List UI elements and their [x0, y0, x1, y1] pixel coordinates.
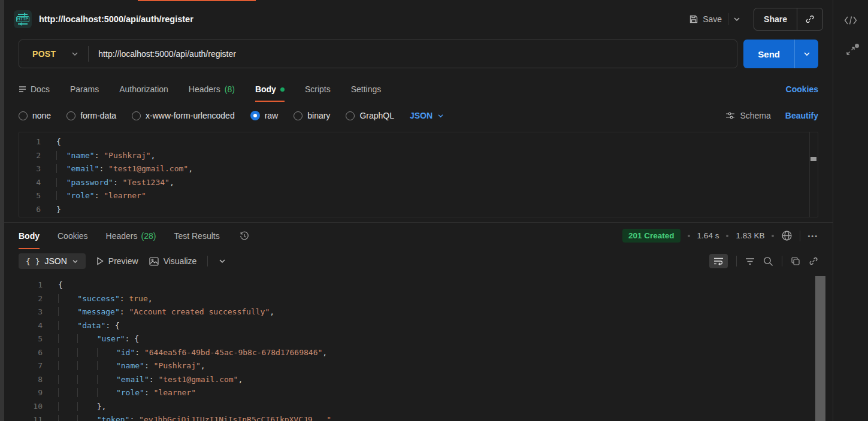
response-toolbar: { } JSON Preview Visualize [4, 249, 833, 274]
radio-circle [66, 111, 75, 120]
filter-button[interactable] [745, 258, 755, 265]
radio-x-www-form-urlencoded[interactable]: x-www-form-urlencoded [132, 111, 235, 120]
play-icon [96, 257, 104, 265]
body-modified-dot [280, 87, 285, 92]
code-line: 1{ [19, 135, 818, 149]
radio-circle-selected [250, 111, 260, 120]
tab-body[interactable]: Body [255, 77, 285, 102]
radio-label: raw [265, 111, 279, 120]
tab-settings[interactable]: Settings [351, 77, 382, 102]
code-snippet-button[interactable] [844, 16, 857, 25]
line-number: 6 [19, 203, 41, 217]
code-line: 7 "name": "Pushkraj", [4, 359, 833, 373]
schema-button[interactable]: Schema [725, 111, 770, 120]
resize-panel-button[interactable] [845, 46, 856, 56]
preview-button[interactable]: Preview [96, 256, 138, 266]
response-tab-cookies[interactable]: Cookies [58, 223, 88, 249]
cookies-link[interactable]: Cookies [786, 84, 818, 94]
response-history-button[interactable] [239, 231, 250, 241]
search-button[interactable] [763, 256, 773, 266]
divider [736, 256, 737, 266]
code-line: 2 "name": "Pushkraj", [19, 149, 818, 163]
line-number: 5 [4, 332, 43, 346]
radio-circle [294, 111, 303, 120]
line-number: 8 [4, 373, 43, 387]
tab-params[interactable]: Params [70, 77, 99, 102]
response-more-button[interactable]: ••• [807, 232, 818, 240]
beautify-button[interactable]: Beautify [785, 111, 818, 120]
line-number: 3 [19, 162, 41, 176]
save-button[interactable]: Save [683, 11, 728, 28]
share-button[interactable]: Share [754, 8, 797, 30]
divider [800, 231, 800, 241]
response-tab-test-results[interactable]: Test Results [174, 223, 219, 249]
code-line: 5 "role": "learner" [19, 189, 818, 203]
response-size[interactable]: 1.83 KB [736, 231, 764, 240]
word-wrap-button[interactable] [709, 254, 728, 268]
tab-label: Settings [351, 84, 382, 94]
scrollbar-thumb[interactable] [810, 157, 816, 161]
http-request-icon: HTTP [14, 10, 32, 28]
word-wrap-icon [713, 257, 724, 265]
editor-scrollbar[interactable] [809, 132, 818, 217]
method-label: POST [32, 49, 56, 59]
request-body-editor[interactable]: 1{2 "name": "Pushkraj",3 "email": "test1… [19, 132, 818, 217]
network-info-button[interactable] [781, 230, 793, 241]
code-line: 1{ [4, 278, 833, 292]
link-button[interactable] [809, 256, 818, 266]
scrollbar-thumb[interactable] [815, 276, 825, 421]
radio-binary[interactable]: binary [294, 111, 330, 120]
response-scrollbar[interactable] [815, 274, 825, 421]
radio-form-data[interactable]: form-data [66, 111, 116, 120]
language-select[interactable]: JSON [410, 111, 444, 120]
copy-link-button[interactable] [797, 8, 822, 30]
globe-icon [781, 230, 793, 241]
response-tab-body[interactable]: Body [19, 223, 40, 249]
tab-label: Authorization [119, 84, 168, 94]
code-line: 10 }, [4, 400, 833, 414]
request-title: http://localhost:5000/api/auth/register [39, 14, 193, 24]
tab-scripts[interactable]: Scripts [305, 77, 331, 102]
radio-graphql[interactable]: GraphQL [346, 111, 394, 120]
radio-raw[interactable]: raw [250, 111, 279, 120]
url-box: POST http://localhost:5000/api/auth/regi… [19, 40, 737, 68]
save-label: Save [703, 14, 722, 24]
visualize-button[interactable]: Visualize [149, 256, 197, 266]
view-options-button[interactable] [219, 259, 226, 263]
copy-button[interactable] [791, 256, 800, 266]
tab-label: Params [70, 84, 99, 94]
tab-headers[interactable]: Headers (8) [189, 77, 235, 102]
radio-none[interactable]: none [19, 111, 51, 120]
radio-label: x-www-form-urlencoded [146, 111, 235, 120]
braces-icon: { } [26, 257, 40, 266]
tab-authorization[interactable]: Authorization [119, 77, 168, 102]
response-body-viewer[interactable]: 1{2 "success": true,3 "message": "Accoun… [4, 274, 833, 421]
status-badge[interactable]: 201 Created [622, 229, 681, 243]
code-line: 5 "user": { [4, 332, 833, 346]
tab-label: Body [19, 231, 40, 241]
chevron-down-icon [72, 259, 78, 263]
tab-count: (28) [141, 231, 156, 241]
save-options-button[interactable] [728, 13, 745, 25]
line-number: 9 [4, 386, 43, 400]
tab-docs[interactable]: Docs [19, 77, 50, 102]
url-input[interactable]: http://localhost:5000/api/auth/register [89, 49, 246, 59]
radio-circle [346, 111, 355, 120]
code-line: 11 "token": "eyJhbGciOiJIUzI1NiIsInR5cCI… [4, 413, 833, 421]
line-number: 2 [19, 149, 41, 163]
sliders-icon [725, 111, 735, 120]
radio-circle [132, 111, 141, 120]
radio-label: form-data [80, 111, 116, 120]
send-button[interactable]: Send [743, 40, 794, 68]
response-tab-headers[interactable]: Headers (28) [106, 223, 156, 249]
response-view-select[interactable]: { } JSON [19, 253, 86, 269]
visualize-label: Visualize [164, 256, 197, 266]
radio-circle [19, 111, 28, 120]
method-select[interactable]: POST [19, 49, 88, 59]
language-label: JSON [410, 111, 433, 120]
separator-dot [726, 235, 728, 237]
send-options-button[interactable] [794, 40, 818, 68]
response-time[interactable]: 1.64 s [697, 231, 719, 240]
preview-label: Preview [108, 256, 138, 266]
line-number: 2 [4, 292, 43, 306]
